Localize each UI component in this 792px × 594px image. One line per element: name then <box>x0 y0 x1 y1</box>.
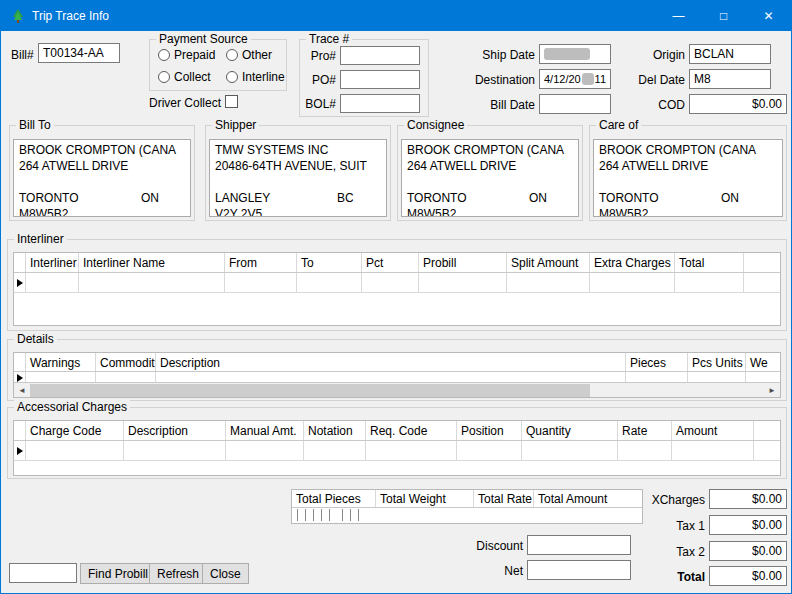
table-cell[interactable] <box>618 441 672 460</box>
bill-input[interactable] <box>38 43 120 63</box>
radio-other-label: Other <box>242 48 272 62</box>
table-cell[interactable] <box>226 441 304 460</box>
total-pieces-subcells <box>292 508 642 523</box>
address-city: LANGLEY <box>215 191 270 205</box>
table-cell[interactable] <box>362 273 419 292</box>
subcell-divider <box>358 509 359 521</box>
minimize-icon[interactable]: — <box>656 1 701 31</box>
shipper-title: Shipper <box>212 118 259 132</box>
window-controls: — □ ✕ <box>656 1 791 31</box>
table-cell[interactable] <box>297 273 362 292</box>
care-of-address[interactable]: BROOK CROMPTON (CANA 264 ATWELL DRIVE TO… <box>593 139 783 217</box>
radio-other-circle-icon <box>226 49 238 61</box>
total-input[interactable] <box>709 566 787 586</box>
address-postal: M8W5B2 <box>599 206 777 217</box>
trace-group: Trace # Pro# PO# BOL# <box>299 39 429 117</box>
address-postal: V2Y 2V5 <box>215 206 381 217</box>
consignee-address[interactable]: BROOK CROMPTON (CANA 264 ATWELL DRIVE TO… <box>401 139 579 217</box>
del-date-label: Del Date <box>623 73 685 87</box>
bol-input[interactable] <box>340 94 420 113</box>
refresh-button[interactable]: Refresh <box>149 563 207 584</box>
totals-table: Total Pieces Total Weight Total Rate Tot… <box>291 489 643 524</box>
table-row[interactable] <box>14 273 780 293</box>
address-name: BROOK CROMPTON (CANA <box>599 142 777 158</box>
origin-label: Origin <box>623 48 685 62</box>
scrollbar-thumb[interactable] <box>30 384 590 397</box>
table-cell[interactable] <box>457 441 522 460</box>
table-cell[interactable] <box>522 441 618 460</box>
column-header: Commodity <box>96 353 156 371</box>
details-title: Details <box>14 332 57 346</box>
maximize-icon[interactable]: □ <box>701 1 746 31</box>
column-header: Warnings <box>26 353 96 371</box>
table-cell[interactable] <box>26 441 124 460</box>
xcharges-input[interactable] <box>709 489 787 509</box>
row-selector-header <box>14 421 26 440</box>
accessorial-grid-header: Charge Code Description Manual Amt. Nota… <box>14 421 780 441</box>
destination-label: Destination <box>439 73 535 87</box>
interliner-grid-header: Interliner Interliner Name From To Pct P… <box>14 253 780 273</box>
address-postal: M8W5B2 <box>19 206 185 217</box>
details-grid: Warnings Commodity Description Pieces Pc… <box>13 352 781 398</box>
address-province: BC <box>337 190 354 206</box>
probill-search-input[interactable] <box>9 563 77 583</box>
column-header: Probill <box>419 253 507 272</box>
cod-input[interactable] <box>689 94 787 114</box>
radio-interline[interactable]: Interline <box>226 70 285 84</box>
bol-label: BOL# <box>302 97 336 111</box>
address-city-line: LANGLEYBC <box>215 190 381 206</box>
horizontal-scrollbar[interactable]: ◄ ► <box>14 382 780 397</box>
origin-input[interactable] <box>689 44 771 64</box>
bill-date-input[interactable] <box>539 94 611 114</box>
table-row[interactable] <box>14 441 780 461</box>
shipper-group: Shipper TMW SYSTEMS INC 20486-64TH AVENU… <box>205 125 391 221</box>
total-label: Total <box>629 570 705 584</box>
net-input[interactable] <box>527 560 631 580</box>
close-button[interactable]: Close <box>202 563 249 584</box>
table-cell[interactable] <box>124 441 226 460</box>
shipper-address[interactable]: TMW SYSTEMS INC 20486-64TH AVENUE, SUIT … <box>209 139 387 217</box>
destination-input[interactable]: 4/12/2011 <box>539 69 611 89</box>
table-cell[interactable] <box>672 441 754 460</box>
tax1-input[interactable] <box>709 515 787 535</box>
table-cell[interactable] <box>590 273 675 292</box>
table-cell[interactable] <box>304 441 366 460</box>
table-cell[interactable] <box>675 273 744 292</box>
consignee-group: Consignee BROOK CROMPTON (CANA 264 ATWEL… <box>397 125 583 221</box>
row-selector-header <box>14 353 26 371</box>
tax2-input[interactable] <box>709 541 787 561</box>
address-name: BROOK CROMPTON (CANA <box>407 142 573 158</box>
radio-collect[interactable]: Collect <box>158 70 211 84</box>
find-probill-button[interactable]: Find Probill <box>80 563 156 584</box>
bill-to-address[interactable]: BROOK CROMPTON (CANA 264 ATWELL DRIVE TO… <box>13 139 191 217</box>
ship-date-input[interactable] <box>539 44 611 64</box>
po-input[interactable] <box>340 70 420 89</box>
interliner-group: Interliner Interliner Interliner Name Fr… <box>7 239 787 331</box>
pro-input[interactable] <box>340 46 420 65</box>
radio-prepaid[interactable]: Prepaid <box>158 48 215 62</box>
address-blank-line <box>215 174 381 190</box>
scroll-right-icon[interactable]: ► <box>764 383 780 398</box>
table-cell[interactable] <box>79 273 225 292</box>
column-header: Extra Charges <box>590 253 675 272</box>
payment-source-group: Payment Source Prepaid Other Collect Int… <box>149 39 287 91</box>
table-cell[interactable] <box>225 273 297 292</box>
table-cell[interactable] <box>26 273 79 292</box>
scroll-left-icon[interactable]: ◄ <box>14 383 30 398</box>
radio-prepaid-label: Prepaid <box>174 48 215 62</box>
close-icon[interactable]: ✕ <box>746 1 791 31</box>
del-date-input[interactable] <box>689 69 771 89</box>
radio-interline-circle-icon <box>226 71 238 83</box>
table-cell[interactable] <box>419 273 507 292</box>
table-cell[interactable] <box>366 441 457 460</box>
driver-collect-checkbox[interactable] <box>225 95 238 108</box>
tax1-label: Tax 1 <box>629 519 705 533</box>
titlebar[interactable]: Trip Trace Info — □ ✕ <box>1 1 791 31</box>
discount-input[interactable] <box>527 535 631 555</box>
redacted-area <box>544 48 590 60</box>
column-header: We <box>746 353 780 371</box>
bill-label: Bill# <box>11 48 34 62</box>
subcell-divider <box>350 509 351 521</box>
table-cell[interactable] <box>507 273 590 292</box>
radio-other[interactable]: Other <box>226 48 272 62</box>
